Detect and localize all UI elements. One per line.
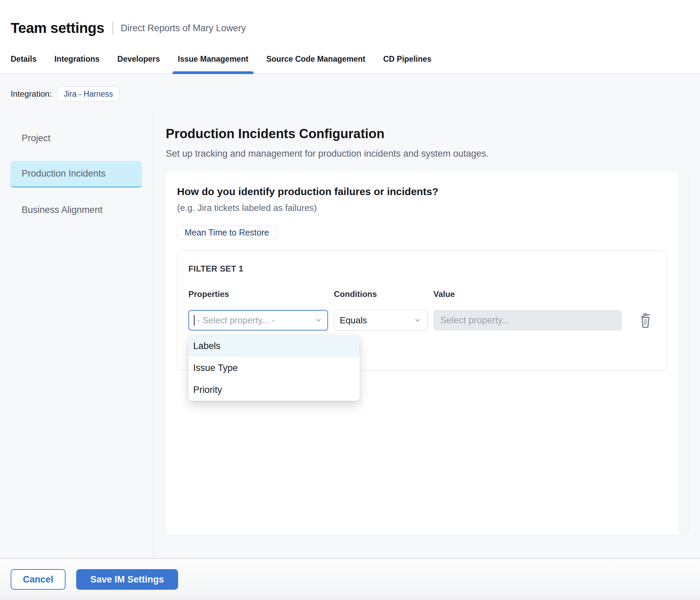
save-im-settings-button[interactable]: Save IM Settings [76,569,178,590]
property-dropdown-menu: Labels Issue Type Priority [188,335,360,401]
trash-icon [638,312,653,329]
dropdown-option-labels[interactable]: Labels [188,335,360,357]
settings-body: Integration: Jira - Harness Project Prod… [0,74,700,558]
tab-bar: Details Integrations Developers Issue Ma… [0,45,700,74]
column-header-conditions: Conditions [334,289,433,299]
column-header-value: Value [433,289,666,299]
page-subtitle: Direct Reports of Mary Lowery [121,23,246,34]
team-settings-page: Team settings Direct Reports of Mary Low… [0,0,700,600]
condition-select[interactable]: Equals [334,310,428,331]
metric-tab-mean-time-to-restore[interactable]: Mean Time to Restore [177,225,277,240]
footer-action-bar: Cancel Save IM Settings [0,558,700,600]
page-title: Team settings [11,20,104,36]
value-input-placeholder: Select property... [440,315,615,326]
cancel-button[interactable]: Cancel [11,569,66,590]
dropdown-option-priority[interactable]: Priority [188,379,360,401]
value-input[interactable]: Select property... [433,310,622,331]
main-content: Production Incidents Configuration Set u… [153,113,700,558]
chevron-down-icon [314,316,323,324]
scrollbar-track[interactable] [679,172,689,535]
tab-cd-pipelines[interactable]: CD Pipelines [378,45,437,73]
property-select[interactable]: - Select property... - [188,310,328,331]
content-columns: Project Production Incidents Business Al… [0,113,700,558]
settings-sidebar: Project Production Incidents Business Al… [0,113,153,558]
integration-row: Integration: Jira - Harness [0,74,700,113]
title-separator [113,22,113,35]
tab-integrations[interactable]: Integrations [49,45,105,73]
tab-issue-management[interactable]: Issue Management [173,45,254,73]
dropdown-option-issue-type[interactable]: Issue Type [188,357,360,379]
chevron-down-icon [413,316,422,324]
app-header: Team settings Direct Reports of Mary Low… [0,0,700,45]
filter-set-title: FILTER SET 1 [188,264,666,274]
tab-source-code-management[interactable]: Source Code Management [261,45,371,73]
question-hint: (e.g. Jira tickets labeled as failures) [177,203,667,213]
active-tab-underline [173,71,254,74]
filter-column-headers: Properties Conditions Value [188,289,666,299]
sidebar-item-production-incidents[interactable]: Production Incidents [10,161,142,188]
section-title: Production Incidents Configuration [166,126,689,141]
section-subtitle: Set up tracking and management for produ… [166,148,689,159]
text-caret [194,315,195,326]
sidebar-item-project[interactable]: Project [10,127,142,150]
integration-label: Integration: [11,86,52,101]
filter-controls-row: - Select property... - Equals [188,310,666,331]
column-header-properties: Properties [188,289,334,299]
tab-details[interactable]: Details [5,45,42,73]
sidebar-item-business-alignment[interactable]: Business Alignment [10,199,142,221]
integration-chip[interactable]: Jira - Harness [57,86,119,101]
property-select-placeholder: - Select property... - [197,315,314,326]
question-heading: How do you identify production failures … [177,185,667,198]
filter-set-card: FILTER SET 1 Properties Conditions Value… [177,251,666,371]
tab-developers[interactable]: Developers [112,45,165,73]
condition-select-value: Equals [340,315,413,326]
delete-filter-button[interactable] [638,311,653,329]
configuration-panel: How do you identify production failures … [166,172,689,535]
